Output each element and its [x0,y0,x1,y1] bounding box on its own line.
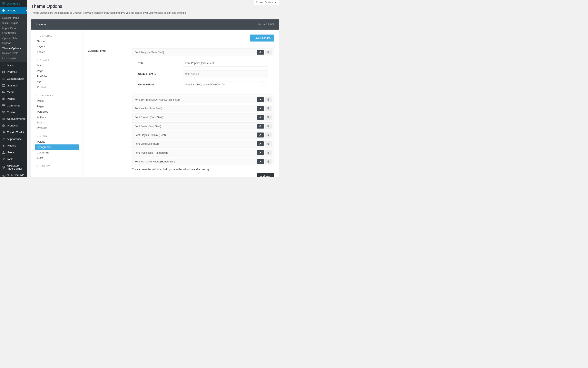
edit-button[interactable] [257,115,264,120]
pencil-icon [259,125,262,128]
menu-item-envato-toolkit[interactable]: Envato Toolkit [0,129,27,136]
delete-button[interactable] [265,159,272,164]
delete-button[interactable] [265,115,272,120]
nav-link-search[interactable]: Search [35,120,79,125]
menu-item-comments[interactable]: Comments [0,102,27,109]
delete-button[interactable] [265,150,272,155]
menu-label: Galleries [7,84,18,87]
nav-link-posts[interactable]: Posts [35,98,79,104]
file-icon [36,59,39,62]
menu-label: Pages [7,97,15,100]
nav-link-page[interactable]: Page [35,68,79,74]
edit-button[interactable] [257,133,264,138]
uncode-font-field[interactable] [183,81,263,88]
nav-link-authors[interactable]: Authors [35,114,79,120]
menu-item-appearance[interactable]: Appearance [0,136,27,142]
svg-point-19 [37,136,37,137]
menu-item-media[interactable]: Media [0,89,27,96]
delete-button[interactable] [265,50,272,55]
font-item[interactable]: Font Oswald (Sans Serif) [132,114,274,121]
delete-button[interactable] [265,133,272,138]
edit-button[interactable] [257,50,264,55]
menu-item-products[interactable]: Products [0,122,27,129]
font-id-field[interactable] [183,71,268,77]
font-item[interactable]: Font Dosis (Sans Serif) [132,122,274,130]
menu-item-pages[interactable]: Pages [0,96,27,102]
edit-button[interactable] [257,150,264,155]
menu-item-users[interactable]: Users [0,149,27,156]
svg-rect-3 [4,72,5,73]
menu-item-wpbakery-page-builder[interactable]: WPBakery Page Builder [0,162,27,172]
nav-link-extra[interactable]: Extra [35,155,79,161]
font-item[interactable]: Font WC Mano Negra (Handdrawn) [132,158,274,165]
submenu-item-system-status[interactable]: System Status [0,16,27,21]
nav-section-single: SINGLE [35,59,79,62]
delete-button[interactable] [265,124,272,129]
nav-link-pages[interactable]: Pages [35,104,79,109]
nav-link-typography[interactable]: Typography [35,145,79,150]
nav-link-layout[interactable]: Layout [35,44,79,49]
nav-section-label: SINGLE [40,59,50,62]
nav-link-product[interactable]: Product [35,85,79,90]
menu-item-portfolio[interactable]: Portfolio [0,69,27,76]
title-field[interactable] [183,60,268,67]
submenu-item-install-plugins[interactable]: Install Plugins [0,21,27,26]
nav-link-404[interactable]: 404 [35,79,79,85]
title-label: Title [138,62,183,65]
panel-main: Save Changes Custom Fonts Font Poppins (… [83,30,279,177]
font-item[interactable]: Font Nunito (Sans Serif) [132,105,274,112]
edit-button[interactable] [257,97,264,102]
menu-label: Products [7,124,18,127]
font-item[interactable]: Font Playfair Display (Serif) [132,131,274,139]
submenu-item-options-utils[interactable]: Options Utils [0,36,27,41]
submenu-item-live-search[interactable]: Live Search [0,56,27,61]
menu-item-tools[interactable]: Tools [0,156,27,162]
menu-item-contact[interactable]: Contact [0,109,27,116]
submenu-item-related-posts[interactable]: Related Posts [0,51,27,56]
edit-button[interactable] [257,141,264,146]
options-panel: Uncode Uncode 1.7.RC2 GENERALNavbarLayou… [31,19,279,177]
delete-button[interactable] [265,97,272,102]
nav-link-footer[interactable]: Footer [35,49,79,55]
menu-item-content-block[interactable]: Content Block [0,75,27,82]
nav-link-customize[interactable]: Customize [35,150,79,155]
menu-item-dashboard[interactable]: Dashboard [0,0,27,7]
nav-link-portfolio[interactable]: Portfolio [35,74,79,79]
font-item[interactable]: Font Droid Serif (Serif) [132,140,274,148]
edit-button[interactable] [257,159,264,164]
edit-button[interactable] [257,124,264,129]
nav-link-portfolios[interactable]: Portfolios [35,109,79,114]
menu-item-uncode[interactable]: Uncode [0,7,27,14]
menu-label: Envato Toolkit [7,131,24,134]
submenu-item-import-demo[interactable]: Import Demo [0,26,27,31]
pencil-icon [259,107,262,110]
edit-button[interactable] [257,106,264,111]
chevron-down-icon[interactable]: ▾ [262,81,268,88]
pin-icon [2,64,5,67]
submenu-item-support[interactable]: Support [0,41,27,46]
menu-item-posts[interactable]: Posts [0,62,27,69]
add-new-button[interactable]: Add New [257,173,274,177]
screen-options-toggle[interactable]: Screen Options ▼ [253,0,279,5]
font-item[interactable]: Font SF Pro Display, Roboto (Sans Serif) [132,96,274,103]
delete-button[interactable] [265,106,272,111]
nav-link-post[interactable]: Post [35,63,79,68]
menu-item-galleries[interactable]: Galleries [0,82,27,89]
nav-link-products[interactable]: Products [35,125,79,130]
save-button[interactable]: Save Changes [250,35,274,41]
submenu-item-font-stacks[interactable]: Font Stacks [0,31,27,36]
menu-label: Plugins [7,144,16,147]
menu-label: Uncode [7,9,16,12]
menu-item-plugins[interactable]: Plugins [0,142,27,149]
nav-link-palette[interactable]: Palette [35,139,79,144]
submenu-item-theme-options[interactable]: Theme Options [0,46,27,51]
delete-button[interactable] [265,141,272,146]
font-item[interactable]: Font Poppins (Sans Serif)TitleUnique Fon… [132,48,274,94]
trash-icon [267,116,269,119]
menu-label: WPBakery Page Builder [7,164,26,170]
menu-item-woocommerce[interactable]: WooCommerce [0,116,27,122]
nav-section-archives: ARCHIVES [35,94,79,97]
menu-item-all-in-one-wp-migration[interactable]: All-in-One WP Migration [0,172,27,177]
font-item[interactable]: Font TrashHand (Handdrawn) [132,149,274,156]
nav-link-navbar[interactable]: Navbar [35,38,79,44]
